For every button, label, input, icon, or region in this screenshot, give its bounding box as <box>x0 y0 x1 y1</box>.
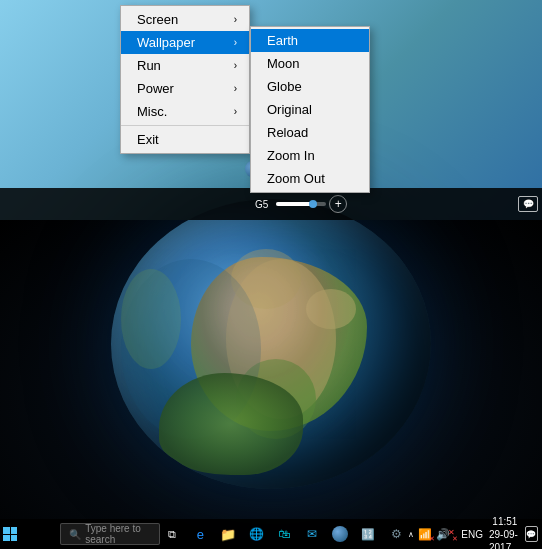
submenu-item-original[interactable]: Original <box>251 98 369 121</box>
action-center-icon: 💬 <box>526 530 536 539</box>
taskbar-systray: ∧ 📶 🔊 ✕ ENG 11:51 29-09-2017 💬 <box>408 515 542 550</box>
menu-item-wallpaper[interactable]: Wallpaper › <box>121 31 249 54</box>
start-button[interactable] <box>0 519 20 549</box>
date-display: 29-09-2017 <box>489 528 521 550</box>
taskbar-app-icons: e 📁 🌐 🛍 ✉ 🔢 ⚙ <box>188 522 408 546</box>
tray-expand-icon[interactable]: ∧ <box>408 530 414 539</box>
ie-icon[interactable]: e <box>188 522 212 546</box>
submenu-item-zoom-out[interactable]: Zoom Out <box>251 167 369 190</box>
search-icon: 🔍 <box>69 529 81 540</box>
taskbar: 🔍 Type here to search ⧉ e 📁 🌐 🛍 ✉ <box>0 519 542 549</box>
wallpaper-submenu: Earth Moon Globe Original Reload Zoom In… <box>250 26 370 193</box>
task-view-button[interactable]: ⧉ <box>164 522 180 546</box>
taskbar-search-bar[interactable]: 🔍 Type here to search <box>60 523 160 545</box>
svg-point-3 <box>306 289 356 329</box>
top-bar-g5: G5 <box>255 199 268 210</box>
desktop-bottom <box>0 220 542 519</box>
menu-separator <box>121 125 249 126</box>
volume-status-icon: 🔊 ✕ <box>436 528 455 541</box>
edge-icon[interactable]: 🌐 <box>244 522 268 546</box>
settings-icon[interactable]: ⚙ <box>384 522 408 546</box>
taskbar-clock[interactable]: 11:51 29-09-2017 <box>489 515 521 550</box>
menu-item-run[interactable]: Run › <box>121 54 249 77</box>
menu-item-misc[interactable]: Misc. › <box>121 100 249 123</box>
windows-logo <box>3 527 17 541</box>
calc-icon[interactable]: 🔢 <box>356 522 380 546</box>
primary-context-menu: Screen › Wallpaper › Run › Power › Misc.… <box>120 5 250 154</box>
wifi-status-icon: 📶 <box>418 528 432 541</box>
task-view-icon: ⧉ <box>168 528 176 541</box>
language-indicator[interactable]: ENG <box>461 529 483 540</box>
menu-item-power[interactable]: Power › <box>121 77 249 100</box>
search-placeholder: Type here to search <box>85 523 151 545</box>
mail-icon[interactable]: ✉ <box>300 522 324 546</box>
arrow-icon: › <box>234 60 237 71</box>
submenu-item-reload[interactable]: Reload <box>251 121 369 144</box>
store-icon[interactable]: 🛍 <box>272 522 296 546</box>
arrow-icon: › <box>234 83 237 94</box>
menu-item-screen[interactable]: Screen › <box>121 8 249 31</box>
time-display: 11:51 <box>492 515 517 528</box>
mute-indicator: ✕ <box>448 528 455 541</box>
earth-wallpaper <box>111 199 431 489</box>
submenu-item-zoom-in[interactable]: Zoom In <box>251 144 369 167</box>
earth-svg <box>111 199 431 489</box>
svg-point-5 <box>121 269 181 369</box>
menu-item-exit[interactable]: Exit <box>121 128 249 151</box>
action-center-button[interactable]: 💬 <box>525 526 538 542</box>
top-taskbar-right: 💬 <box>518 196 542 212</box>
action-center-top[interactable]: 💬 <box>518 196 538 212</box>
arrow-icon: › <box>234 37 237 48</box>
submenu-item-earth[interactable]: Earth <box>251 29 369 52</box>
arrow-icon: › <box>234 14 237 25</box>
submenu-item-moon[interactable]: Moon <box>251 52 369 75</box>
submenu-item-globe[interactable]: Globe <box>251 75 369 98</box>
volume-plus-button[interactable]: + <box>329 195 347 213</box>
earth-app-icon[interactable] <box>328 522 352 546</box>
file-explorer-icon[interactable]: 📁 <box>216 522 240 546</box>
arrow-icon: › <box>234 106 237 117</box>
